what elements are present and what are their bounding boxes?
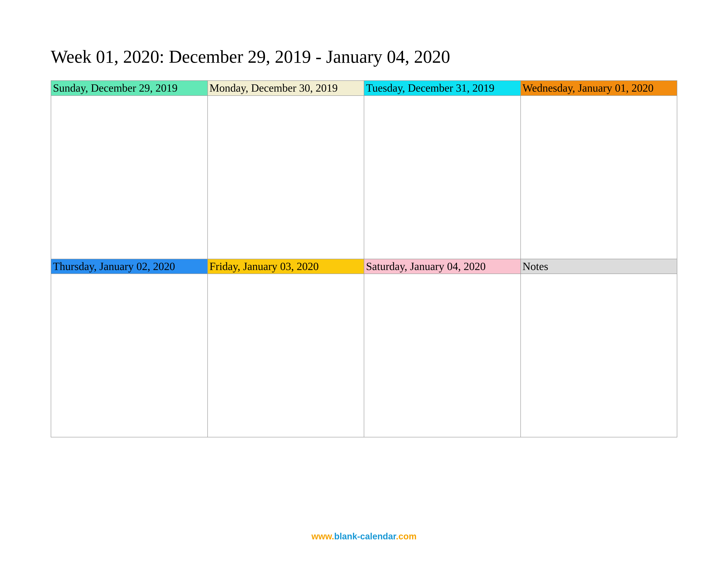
- day-body-wednesday[interactable]: [521, 96, 677, 259]
- footer-prefix: www.: [311, 531, 334, 541]
- day-header-sunday: Sunday, December 29, 2019: [51, 81, 208, 96]
- weekly-calendar-page: Week 01, 2020: December 29, 2019 - Janua…: [0, 0, 728, 437]
- footer-link[interactable]: www.blank-calendar.com: [0, 531, 728, 541]
- day-body-friday[interactable]: [208, 274, 364, 437]
- footer-domain: blank-calendar: [334, 531, 396, 541]
- day-body-monday[interactable]: [208, 96, 364, 259]
- day-body-thursday[interactable]: [51, 274, 208, 437]
- day-header-friday: Friday, January 03, 2020: [208, 259, 364, 274]
- calendar-grid: Sunday, December 29, 2019 Monday, Decemb…: [51, 80, 677, 437]
- day-header-wednesday: Wednesday, January 01, 2020: [521, 81, 677, 96]
- day-header-tuesday: Tuesday, December 31, 2019: [364, 81, 521, 96]
- page-title: Week 01, 2020: December 29, 2019 - Janua…: [51, 46, 677, 67]
- day-body-notes[interactable]: [521, 274, 677, 437]
- day-body-sunday[interactable]: [51, 96, 208, 259]
- day-body-saturday[interactable]: [364, 274, 521, 437]
- day-header-thursday: Thursday, January 02, 2020: [51, 259, 208, 274]
- day-header-monday: Monday, December 30, 2019: [208, 81, 364, 96]
- footer-suffix: .com: [396, 531, 417, 541]
- day-body-tuesday[interactable]: [364, 96, 521, 259]
- day-header-saturday: Saturday, January 04, 2020: [364, 259, 521, 274]
- day-header-notes: Notes: [521, 259, 677, 274]
